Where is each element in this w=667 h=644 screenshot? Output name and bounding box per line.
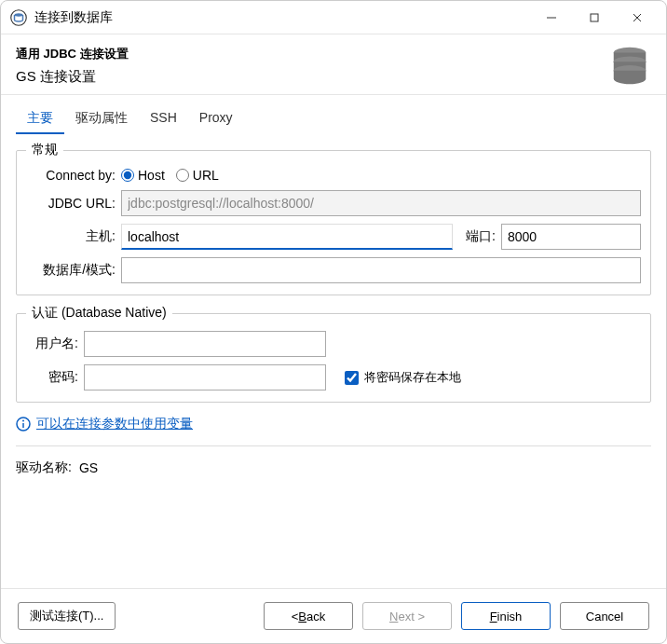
svg-point-0 bbox=[11, 9, 27, 25]
auth-legend: 认证 (Database Native) bbox=[26, 305, 172, 322]
port-input[interactable] bbox=[501, 224, 641, 250]
header-title: GS 连接设置 bbox=[16, 68, 608, 86]
tab-ssh[interactable]: SSH bbox=[139, 104, 188, 134]
connect-by-url-radio[interactable] bbox=[176, 169, 189, 182]
tab-main[interactable]: 主要 bbox=[16, 104, 64, 134]
auth-fieldset: 认证 (Database Native) 用户名: 密码: 将密码保存在本地 bbox=[16, 305, 651, 403]
dialog-footer: 测试连接(T)... < Back Next > Finish Cancel bbox=[1, 588, 666, 643]
svg-point-1 bbox=[15, 13, 23, 16]
driver-name-value: GS bbox=[79, 460, 98, 475]
jdbc-url-label: JDBC URL: bbox=[26, 196, 116, 211]
titlebar: 连接到数据库 bbox=[1, 1, 666, 34]
connect-by-host-radio[interactable] bbox=[121, 169, 134, 182]
tab-content: 常规 Connect by: Host URL JDBC URL: 主机: 端口… bbox=[1, 134, 666, 588]
close-button[interactable] bbox=[616, 4, 659, 32]
username-label: 用户名: bbox=[26, 336, 78, 352]
save-password-label: 将密码保存在本地 bbox=[364, 369, 461, 386]
database-label: 数据库/模式: bbox=[26, 262, 116, 279]
radio-url-label: URL bbox=[193, 168, 219, 183]
svg-point-11 bbox=[22, 420, 24, 422]
next-button: Next > bbox=[362, 602, 452, 630]
minimize-button[interactable] bbox=[530, 4, 573, 32]
back-button[interactable]: < Back bbox=[264, 602, 353, 630]
tab-bar: 主要 驱动属性 SSH Proxy bbox=[1, 95, 666, 134]
cancel-button[interactable]: Cancel bbox=[560, 602, 649, 630]
finish-button[interactable]: Finish bbox=[461, 602, 551, 630]
host-input[interactable] bbox=[121, 224, 453, 250]
host-label: 主机: bbox=[26, 228, 116, 245]
driver-name-label: 驱动名称: bbox=[16, 459, 72, 476]
divider bbox=[16, 445, 651, 446]
svg-rect-3 bbox=[591, 14, 598, 21]
jdbc-url-input bbox=[121, 190, 641, 216]
save-password-checkbox[interactable] bbox=[345, 371, 359, 385]
info-icon bbox=[16, 417, 31, 432]
database-icon bbox=[608, 44, 651, 87]
window-title: 连接到数据库 bbox=[34, 9, 530, 26]
header-subtitle: 通用 JDBC 连接设置 bbox=[16, 46, 608, 62]
username-input[interactable] bbox=[84, 331, 326, 357]
variables-help-link[interactable]: 可以在连接参数中使用变量 bbox=[36, 416, 193, 432]
general-legend: 常规 bbox=[26, 142, 63, 158]
port-label: 端口: bbox=[466, 228, 496, 245]
test-connection-button[interactable]: 测试连接(T)... bbox=[18, 602, 116, 630]
password-label: 密码: bbox=[26, 369, 78, 386]
password-input[interactable] bbox=[84, 364, 326, 391]
general-fieldset: 常规 Connect by: Host URL JDBC URL: 主机: 端口… bbox=[16, 142, 651, 295]
app-icon bbox=[10, 9, 27, 26]
tab-driver-properties[interactable]: 驱动属性 bbox=[64, 104, 139, 134]
database-input[interactable] bbox=[121, 257, 641, 283]
dialog-header: 通用 JDBC 连接设置 GS 连接设置 bbox=[1, 34, 666, 95]
radio-host-label: Host bbox=[138, 168, 165, 183]
tab-proxy[interactable]: Proxy bbox=[188, 104, 244, 134]
maximize-button[interactable] bbox=[573, 4, 616, 32]
connect-by-label: Connect by: bbox=[26, 168, 116, 183]
